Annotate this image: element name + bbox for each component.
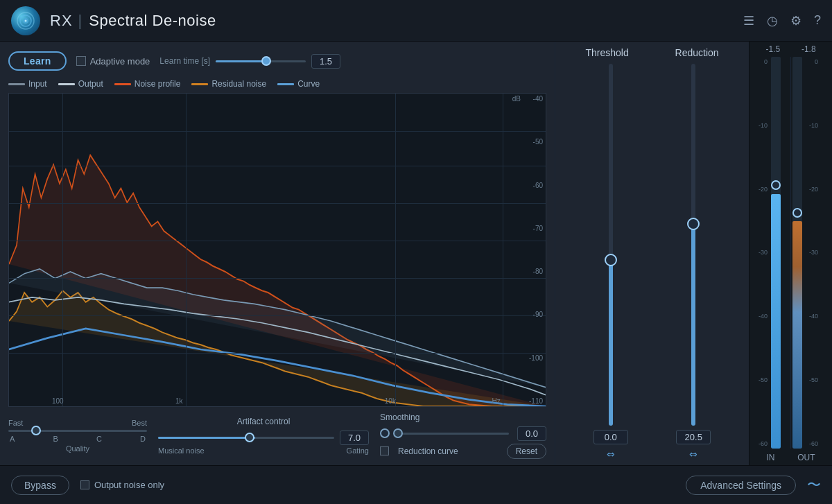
db-scale-100: -100 bbox=[525, 354, 543, 362]
legend-noise-profile: Noise profile bbox=[114, 79, 181, 89]
reduction-slider-wrap: 20.5 ⇔ bbox=[676, 64, 711, 460]
legend-output-line bbox=[58, 83, 75, 85]
bottom-controls: Fast Best A B C D Quality bbox=[8, 411, 546, 460]
spectrum-svg bbox=[9, 94, 546, 406]
smoothing-value[interactable]: 0.0 bbox=[517, 426, 546, 441]
adaptive-mode-text: Adaptive mode bbox=[90, 56, 150, 67]
threshold-link-icon[interactable]: ⇔ bbox=[607, 449, 615, 460]
artifact-value[interactable]: 7.0 bbox=[340, 431, 369, 445]
vu-out-fill bbox=[792, 221, 802, 449]
db-scale-80: -80 bbox=[525, 268, 543, 275]
db-scale-90: -90 bbox=[525, 311, 543, 318]
vu-meters: 0 -10 -20 -30 -40 -50 -60 bbox=[749, 57, 832, 451]
waveform-icon[interactable]: 〜 bbox=[807, 476, 821, 494]
reduction-thumb[interactable] bbox=[687, 218, 700, 230]
legend-input-label: Input bbox=[28, 79, 47, 89]
learn-time-thumb[interactable] bbox=[261, 56, 271, 66]
legend-row: Input Output Noise profile Residual nois… bbox=[8, 79, 546, 89]
artifact-track[interactable] bbox=[158, 437, 334, 439]
threshold-value[interactable]: 0.0 bbox=[593, 430, 628, 444]
vu-in-label: IN bbox=[766, 453, 774, 462]
svg-point-3 bbox=[25, 19, 27, 21]
quality-letter-d: D bbox=[140, 435, 146, 443]
quality-slider-row bbox=[8, 430, 147, 432]
db-scale-60: -60 bbox=[525, 182, 543, 189]
vu-out-label: OUT bbox=[797, 453, 815, 462]
learn-button[interactable]: Learn bbox=[8, 51, 67, 71]
plugin-title: Spectral De-noise bbox=[89, 12, 216, 30]
list-icon[interactable]: ☰ bbox=[743, 13, 754, 28]
tr-sliders: 0.0 ⇔ 20.5 ⇔ bbox=[562, 64, 742, 460]
threshold-fill bbox=[609, 263, 613, 426]
quality-slider-track[interactable] bbox=[8, 430, 147, 432]
adaptive-mode-label[interactable]: Adaptive mode bbox=[76, 56, 150, 67]
artifact-left-label: Musical noise bbox=[158, 446, 205, 455]
advanced-settings-button[interactable]: Advanced Settings bbox=[686, 476, 796, 495]
quality-thumb[interactable] bbox=[31, 426, 41, 435]
quality-fast-label: Fast bbox=[8, 419, 23, 427]
legend-residual-noise-line bbox=[191, 83, 208, 85]
header-icons: ☰ ◷ ⚙ ? bbox=[743, 13, 821, 28]
output-noise-checkbox[interactable] bbox=[80, 480, 89, 489]
learn-time-label: Learn time [s] bbox=[159, 56, 210, 66]
reduction-curve-row: Reduction curve Reset bbox=[380, 444, 546, 459]
artifact-thumb[interactable] bbox=[245, 433, 254, 442]
threshold-header: Threshold bbox=[585, 47, 628, 58]
quality-letter-b: B bbox=[53, 435, 58, 443]
smoothing-track[interactable] bbox=[398, 433, 509, 435]
output-noise-label[interactable]: Output noise only bbox=[80, 480, 164, 490]
threshold-thumb[interactable] bbox=[605, 254, 617, 266]
threshold-track[interactable] bbox=[609, 64, 613, 426]
vu-out-thumb bbox=[792, 208, 802, 218]
vu-out-group: 0 -10 -20 -30 -40 -50 -60 bbox=[792, 57, 828, 449]
quality-letter-a: A bbox=[10, 435, 15, 443]
learn-time-slider-track[interactable] bbox=[216, 60, 306, 62]
learn-time-value[interactable]: 1.5 bbox=[311, 54, 340, 69]
reduction-header: Reduction bbox=[675, 47, 719, 58]
app-logo bbox=[11, 6, 40, 35]
quality-letters: A B C D bbox=[8, 435, 147, 443]
hz-1k: 1k bbox=[175, 397, 183, 405]
reduction-link-icon[interactable]: ⇔ bbox=[689, 449, 697, 460]
app-name: RX bbox=[50, 12, 73, 30]
smoothing-thumb[interactable] bbox=[393, 428, 403, 438]
quality-section: Fast Best A B C D Quality bbox=[8, 419, 147, 453]
reduction-curve-checkbox[interactable] bbox=[380, 446, 389, 455]
legend-residual-noise-label: Residual noise bbox=[211, 79, 266, 89]
db-scale-110: -110 bbox=[525, 397, 543, 405]
reduction-value[interactable]: 20.5 bbox=[676, 430, 711, 444]
main-area: Learn Adaptive mode Learn time [s] 1.5 I… bbox=[0, 42, 832, 465]
artifact-section: Artifact control 7.0 Musical noise Gatin… bbox=[147, 417, 380, 455]
reduction-track[interactable] bbox=[691, 64, 695, 426]
header: RX | Spectral De-noise ☰ ◷ ⚙ ? bbox=[0, 0, 832, 42]
vu-panel: -1.5 -1.8 0 -10 -20 -30 -40 -50 -60 bbox=[749, 42, 832, 465]
smoothing-thumb-left[interactable] bbox=[380, 428, 390, 438]
hz-unit: Hz bbox=[492, 397, 501, 405]
bypass-button[interactable]: Bypass bbox=[11, 476, 69, 495]
legend-output-label: Output bbox=[78, 79, 103, 89]
hz-10k: 10k bbox=[385, 397, 396, 405]
history-icon[interactable]: ◷ bbox=[767, 13, 778, 28]
vu-bottom-labels: IN OUT bbox=[749, 451, 832, 465]
spectrum-db-scale: -40 -50 -60 -70 -80 -90 -100 -110 bbox=[522, 94, 546, 406]
quality-best-label: Best bbox=[132, 419, 147, 427]
artifact-label: Artifact control bbox=[237, 417, 291, 426]
left-panel: Learn Adaptive mode Learn time [s] 1.5 I… bbox=[0, 42, 555, 465]
reset-button[interactable]: Reset bbox=[507, 444, 546, 459]
help-icon[interactable]: ? bbox=[814, 13, 821, 28]
hz-100: 100 bbox=[52, 397, 64, 405]
settings-icon[interactable]: ⚙ bbox=[790, 13, 801, 28]
legend-curve: Curve bbox=[277, 79, 320, 89]
db-label: dB bbox=[512, 95, 521, 103]
db-scale-70: -70 bbox=[525, 225, 543, 232]
adaptive-mode-checkbox[interactable] bbox=[76, 56, 86, 66]
controls-row: Learn Adaptive mode Learn time [s] 1.5 bbox=[8, 49, 546, 73]
legend-input: Input bbox=[8, 79, 47, 89]
spectrum-display[interactable]: dB -40 -50 -60 -70 -80 -90 -100 -110 100… bbox=[8, 93, 546, 407]
legend-curve-label: Curve bbox=[297, 79, 320, 89]
vu-in-top: -1.5 bbox=[765, 44, 780, 54]
legend-residual-noise: Residual noise bbox=[191, 79, 266, 89]
vu-in-fill bbox=[771, 194, 781, 449]
legend-curve-line bbox=[277, 83, 294, 85]
quality-letter-c: C bbox=[96, 435, 102, 443]
